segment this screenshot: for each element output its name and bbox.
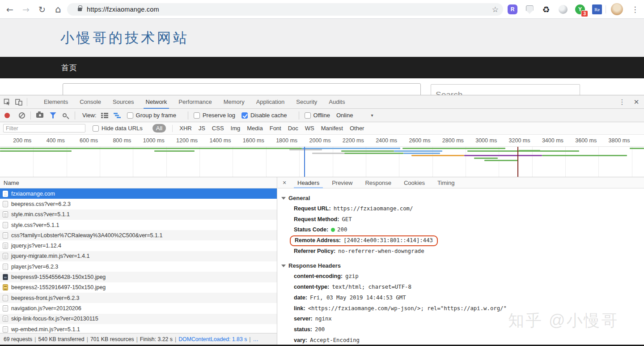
devtools-close-icon[interactable]: ✕ (629, 98, 644, 106)
request-row[interactable]: skip-link-focus-fix.js?ver=20130115 (0, 314, 277, 324)
filter-input[interactable] (3, 124, 85, 132)
browser-menu-icon[interactable]: ⋮ (629, 0, 641, 19)
tab-console[interactable]: Console (74, 95, 107, 109)
tab-audits[interactable]: Audits (323, 95, 351, 109)
waterfall-overview[interactable] (0, 147, 644, 177)
disable-cache-checkbox[interactable] (242, 112, 248, 119)
throttling-select[interactable]: Online (336, 112, 353, 119)
preserve-log-label[interactable]: Preserve log (203, 112, 235, 119)
device-toolbar-icon[interactable] (15, 98, 22, 106)
nav-home-link[interactable]: 首页 (61, 57, 77, 78)
filter-type-js[interactable]: JS (199, 125, 205, 132)
site-title[interactable]: 小慢哥的技术网站 (60, 29, 189, 47)
clear-icon[interactable] (19, 112, 25, 119)
disable-cache-label[interactable]: Disable cache (250, 112, 287, 119)
details-tab-headers[interactable]: Headers (291, 177, 326, 188)
search-icon[interactable] (63, 113, 67, 117)
header-name: Referrer Policy: (294, 248, 335, 254)
view-list-icon[interactable] (101, 113, 108, 118)
header-value: text/html; charset=UTF-8 (332, 284, 411, 290)
filter-type-ws[interactable]: WS (305, 125, 314, 132)
request-row[interactable]: beepress9-1554556428-150x150.jpeg (0, 272, 277, 282)
details-tab-response[interactable]: Response (359, 177, 398, 188)
filter-type-other[interactable]: Other (350, 125, 364, 132)
filter-icon[interactable] (50, 112, 56, 119)
filter-type-media[interactable]: Media (247, 125, 263, 132)
filter-type-doc[interactable]: Doc (288, 125, 298, 132)
request-row[interactable]: navigation.js?ver=20120206 (0, 303, 277, 313)
group-by-frame-label[interactable]: Group by frame (136, 112, 176, 119)
tab-network[interactable]: Network (140, 95, 173, 109)
request-name: skip-link-focus-fix.js?ver=20130115 (11, 316, 98, 322)
tab-elements[interactable]: Elements (38, 95, 74, 109)
bookmark-star-icon[interactable]: ☆ (492, 3, 499, 16)
back-icon[interactable]: ← (4, 0, 16, 19)
filter-type-xhr[interactable]: XHR (179, 125, 191, 132)
status-separator: | (87, 336, 88, 342)
tab-application[interactable]: Application (250, 95, 291, 109)
request-row[interactable]: style.min.css?ver=5.1.1 (0, 209, 277, 220)
details-tab-cookies[interactable]: Cookies (398, 177, 431, 188)
record-button[interactable] (4, 113, 10, 118)
header-line: Request Method:GET (281, 214, 644, 225)
details-tab-timing[interactable]: Timing (431, 177, 461, 188)
extension-y-icon[interactable]: Y 3 (574, 4, 586, 15)
devtools-tabs: ElementsConsoleSourcesNetworkPerformance… (38, 95, 351, 109)
request-row[interactable]: jquery.js?ver=1.12.4 (0, 240, 277, 251)
request-row[interactable]: css?family=Lobster%7CRaleway%3A400%2C500… (0, 230, 277, 240)
reload-icon[interactable]: ↻ (36, 0, 48, 19)
address-bar[interactable]: https://fzxiaomange.com ☆ (67, 3, 503, 16)
request-row[interactable]: beepress-front.js?ver=6.2.3 (0, 293, 277, 303)
filter-type-css[interactable]: CSS (212, 125, 224, 132)
timeline-tick: 1600 ms (233, 135, 266, 146)
general-section-title[interactable]: General (281, 193, 644, 204)
filter-type-font[interactable]: Font (270, 125, 281, 132)
group-by-frame-checkbox[interactable] (127, 112, 133, 119)
home-icon[interactable]: ⌂ (52, 0, 64, 19)
tab-memory[interactable]: Memory (218, 95, 250, 109)
extension-re-icon[interactable]: Re (591, 4, 603, 15)
status-separator: | (175, 336, 176, 342)
document-icon (3, 191, 8, 197)
profile-avatar[interactable] (611, 3, 623, 15)
header-name: Remote Address: (295, 237, 341, 243)
tab-security[interactable]: Security (290, 95, 323, 109)
request-name: jquery.js?ver=1.12.4 (11, 243, 61, 249)
request-name: style.css?ver=5.1.1 (11, 222, 59, 228)
gridline (598, 147, 599, 177)
response-headers-section-title[interactable]: Response Headers (281, 261, 644, 271)
offline-label[interactable]: Offline (314, 112, 330, 119)
extension-shield-icon[interactable] (524, 4, 535, 15)
extension-r-icon[interactable]: R (507, 4, 518, 15)
name-column-header[interactable]: Name (0, 177, 277, 188)
request-row[interactable]: beepress.css?ver=6.2.3 (0, 199, 277, 209)
tab-performance[interactable]: Performance (173, 95, 217, 109)
chevron-down-icon[interactable]: ▾ (371, 113, 373, 118)
hide-data-urls-label[interactable]: Hide data URLs (102, 125, 143, 132)
hide-data-urls-checkbox[interactable] (93, 125, 99, 132)
preserve-log-checkbox[interactable] (194, 112, 200, 119)
details-close-icon[interactable]: × (278, 179, 291, 186)
page-content (0, 78, 644, 95)
offline-checkbox[interactable] (305, 112, 311, 119)
request-row[interactable]: wp-embed.min.js?ver=5.1.1 (0, 324, 277, 333)
extension-globe-icon[interactable] (557, 4, 569, 15)
devtools-menu-icon[interactable]: ⋮ (615, 98, 629, 106)
filter-type-img[interactable]: Img (231, 125, 241, 132)
view-waterfall-icon[interactable] (114, 113, 122, 118)
request-row[interactable]: style.css?ver=5.1.1 (0, 220, 277, 230)
capture-screenshots-icon[interactable] (36, 113, 43, 118)
details-tab-preview[interactable]: Preview (326, 177, 359, 188)
filter-type-manifest[interactable]: Manifest (321, 125, 343, 132)
request-row[interactable]: player.js?ver=6.2.3 (0, 261, 277, 272)
header-line: Referrer Policy:no-referrer-when-downgra… (281, 246, 644, 257)
inspect-element-icon[interactable] (4, 98, 11, 106)
forward-icon[interactable]: → (20, 0, 32, 19)
url-text[interactable]: https://fzxiaomange.com (87, 6, 159, 13)
extension-recycle-icon[interactable]: ♻ (540, 4, 552, 15)
filter-type-all[interactable]: All (153, 124, 166, 132)
tab-sources[interactable]: Sources (107, 95, 140, 109)
request-row[interactable]: jquery-migrate.min.js?ver=1.4.1 (0, 251, 277, 261)
request-row[interactable]: fzxiaomange.com (0, 188, 277, 199)
request-row[interactable]: beepress2-1552916497-150x150.jpeg (0, 282, 277, 293)
